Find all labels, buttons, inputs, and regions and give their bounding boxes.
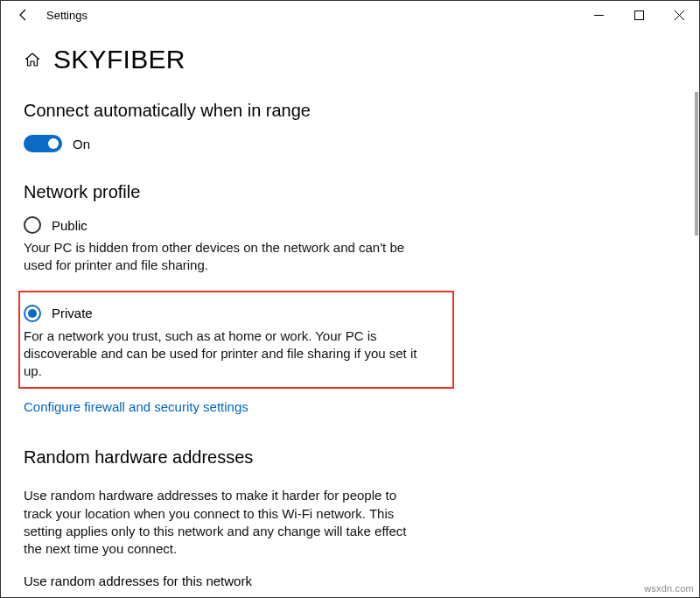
watermark: wsxdn.com: [644, 583, 694, 594]
arrow-left-icon: [17, 8, 31, 22]
minimize-button[interactable]: [578, 1, 619, 29]
random-hw-heading: Random hardware addresses: [24, 447, 676, 468]
minimize-icon: [594, 11, 604, 20]
content-area: SKYFIBER Connect automatically when in r…: [1, 29, 699, 597]
public-radio-row[interactable]: Public: [24, 216, 676, 234]
private-highlight-box: Private For a network you trust, such as…: [18, 291, 454, 390]
toggle-knob: [48, 138, 59, 149]
scrollbar-thumb[interactable]: [695, 92, 698, 236]
back-button[interactable]: [8, 1, 39, 29]
public-radio-label: Public: [52, 218, 88, 233]
firewall-settings-link[interactable]: Configure firewall and security settings: [24, 399, 248, 414]
private-radio-row[interactable]: Private: [24, 305, 444, 322]
auto-connect-toggle-row: On: [24, 135, 676, 152]
random-addresses-label: Use random addresses for this network: [24, 573, 676, 588]
maximize-icon: [634, 11, 644, 20]
private-radio-label: Private: [52, 306, 93, 320]
svg-rect-0: [634, 11, 643, 19]
page-title: SKYFIBER: [53, 45, 186, 74]
toggle-state-label: On: [73, 137, 90, 151]
network-profile-heading: Network profile: [24, 182, 676, 202]
close-icon: [675, 11, 684, 20]
private-radio[interactable]: [24, 305, 41, 322]
window-title: Settings: [46, 9, 88, 22]
auto-connect-toggle[interactable]: [24, 135, 62, 152]
close-button[interactable]: [659, 1, 699, 29]
private-description: For a network you trust, such as at home…: [24, 327, 426, 381]
public-radio[interactable]: [24, 216, 41, 234]
maximize-button[interactable]: [619, 1, 659, 29]
window-controls: [578, 1, 699, 29]
random-hw-description: Use random hardware addresses to make it…: [24, 487, 417, 558]
auto-connect-heading: Connect automatically when in range: [24, 101, 676, 121]
settings-window: Settings SKYFIBER Connect automatically …: [0, 0, 700, 598]
home-icon[interactable]: [24, 51, 41, 68]
page-header: SKYFIBER: [24, 45, 676, 74]
radio-dot-icon: [28, 309, 37, 318]
public-description: Your PC is hidden from other devices on …: [24, 239, 426, 275]
titlebar: Settings: [1, 1, 699, 29]
